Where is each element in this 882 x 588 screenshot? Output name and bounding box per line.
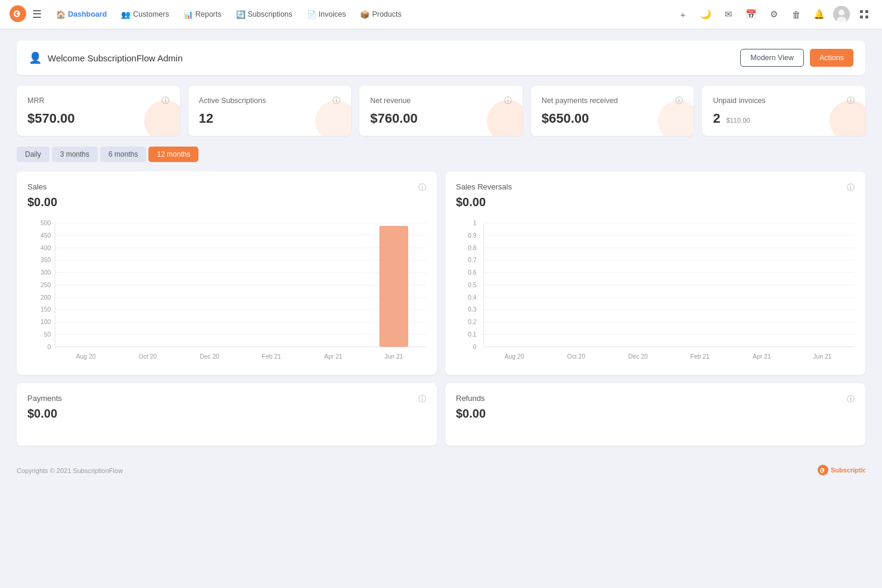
stat-card-unpaid-invoices: Unpaid invoices ⓘ 2 $110.00 bbox=[702, 86, 865, 136]
email-button[interactable]: ✉ bbox=[720, 6, 737, 23]
chart-panel-payments: Payments ⓘ $0.00 bbox=[17, 383, 437, 446]
nav-links: 🏠 Dashboard 👥 Customers 📊 Reports 🔄 Subs… bbox=[50, 7, 675, 22]
stat-cards: MRR ⓘ $570.00 Active Subscriptions ⓘ 12 … bbox=[17, 86, 865, 136]
chart-panel-refunds: Refunds ⓘ $0.00 bbox=[445, 383, 865, 446]
hamburger-icon[interactable]: ☰ bbox=[32, 8, 42, 21]
filter-12months[interactable]: 12 months bbox=[148, 147, 198, 162]
svg-text:50: 50 bbox=[44, 331, 51, 338]
svg-text:0: 0 bbox=[473, 344, 477, 350]
svg-text:Apr 21: Apr 21 bbox=[753, 353, 771, 360]
filter-6months[interactable]: 6 months bbox=[100, 147, 146, 162]
svg-text:1: 1 bbox=[473, 220, 477, 226]
copyright-text: Copyrights © 2021 SubscriptionFlow bbox=[17, 467, 123, 474]
svg-rect-32 bbox=[380, 226, 408, 347]
filter-daily[interactable]: Daily bbox=[17, 147, 49, 162]
logo[interactable] bbox=[10, 5, 26, 24]
svg-text:Oct 20: Oct 20 bbox=[567, 353, 586, 360]
svg-text:450: 450 bbox=[41, 232, 51, 239]
nav-action-buttons: + 🌙 ✉ 📅 ⚙ 🗑 🔔 bbox=[675, 6, 872, 23]
welcome-text: Welcome SubscriptionFlow Admin bbox=[48, 53, 182, 63]
svg-text:Jun 21: Jun 21 bbox=[813, 353, 831, 360]
svg-text:0.3: 0.3 bbox=[468, 306, 477, 313]
top-nav: ☰ 🏠 Dashboard 👥 Customers 📊 Reports 🔄 Su… bbox=[0, 0, 882, 29]
svg-text:0.6: 0.6 bbox=[468, 269, 477, 276]
user-icon: 👤 bbox=[29, 51, 42, 64]
footer: Copyrights © 2021 SubscriptionFlow Subsc… bbox=[17, 458, 865, 484]
svg-text:Feb 21: Feb 21 bbox=[690, 353, 710, 360]
footer-brand: SubscriptionFlow bbox=[818, 465, 865, 477]
notifications-button[interactable]: 🔔 bbox=[810, 6, 827, 23]
payments-chart-info-icon[interactable]: ⓘ bbox=[418, 394, 426, 405]
grid-apps-button[interactable] bbox=[856, 6, 872, 23]
svg-text:350: 350 bbox=[41, 257, 51, 263]
add-button[interactable]: + bbox=[675, 6, 691, 23]
svg-text:0.8: 0.8 bbox=[468, 245, 477, 251]
trash-button[interactable]: 🗑 bbox=[788, 6, 805, 23]
reports-icon: 📊 bbox=[184, 10, 193, 19]
actions-button[interactable]: Actions bbox=[810, 49, 853, 67]
nav-link-reports[interactable]: 📊 Reports bbox=[178, 7, 228, 22]
svg-text:100: 100 bbox=[41, 319, 51, 325]
settings-button[interactable]: ⚙ bbox=[765, 6, 782, 23]
stat-card-net-revenue: Net revenue ⓘ $760.00 bbox=[359, 86, 523, 136]
svg-text:Dec 20: Dec 20 bbox=[200, 353, 219, 360]
welcome-bar: 👤 Welcome SubscriptionFlow Admin Modern … bbox=[17, 41, 865, 75]
svg-text:Feb 21: Feb 21 bbox=[262, 353, 281, 360]
chart-panel-sales-reversals: Sales Reversals ⓘ $0.00 bbox=[445, 172, 865, 375]
svg-text:200: 200 bbox=[41, 294, 51, 301]
svg-rect-8 bbox=[865, 15, 868, 18]
nav-link-dashboard[interactable]: 🏠 Dashboard bbox=[50, 7, 113, 22]
customers-icon: 👥 bbox=[121, 10, 131, 19]
svg-text:0.9: 0.9 bbox=[468, 232, 477, 239]
svg-text:0: 0 bbox=[47, 344, 51, 350]
svg-text:0.1: 0.1 bbox=[468, 331, 477, 338]
svg-text:0.4: 0.4 bbox=[468, 294, 477, 301]
svg-text:SubscriptionFlow: SubscriptionFlow bbox=[831, 466, 865, 474]
theme-toggle-button[interactable]: 🌙 bbox=[697, 6, 714, 23]
welcome-actions: Modern View Actions bbox=[740, 49, 853, 67]
svg-text:Dec 20: Dec 20 bbox=[628, 353, 648, 360]
stat-card-mrr: MRR ⓘ $570.00 bbox=[17, 86, 180, 136]
sales-chart: 500 450 400 350 300 250 200 150 100 50 0… bbox=[27, 216, 426, 368]
svg-rect-7 bbox=[860, 15, 863, 18]
stat-card-active-subscriptions: Active Subscriptions ⓘ 12 bbox=[188, 86, 352, 136]
svg-text:Aug 20: Aug 20 bbox=[76, 353, 96, 360]
svg-text:Jun 21: Jun 21 bbox=[384, 353, 403, 360]
home-icon: 🏠 bbox=[56, 10, 66, 19]
sales-reversals-chart-info-icon[interactable]: ⓘ bbox=[847, 182, 855, 193]
svg-point-69 bbox=[822, 469, 824, 471]
chart-row-2: Payments ⓘ $0.00 Refunds ⓘ $0.00 bbox=[17, 383, 865, 446]
invoices-icon: 📄 bbox=[307, 10, 316, 19]
svg-rect-5 bbox=[860, 10, 863, 13]
svg-text:Apr 21: Apr 21 bbox=[324, 353, 343, 360]
chart-row-1: Sales ⓘ $0.00 bbox=[17, 172, 865, 375]
svg-text:0.7: 0.7 bbox=[468, 257, 477, 263]
modern-view-button[interactable]: Modern View bbox=[740, 49, 804, 67]
stat-card-net-payments: Net payments received ⓘ $650.00 bbox=[531, 86, 694, 136]
products-icon: 📦 bbox=[360, 10, 369, 19]
subscriptions-icon: 🔄 bbox=[236, 10, 246, 19]
sales-chart-info-icon[interactable]: ⓘ bbox=[418, 182, 426, 193]
svg-text:150: 150 bbox=[41, 306, 51, 313]
nav-link-customers[interactable]: 👥 Customers bbox=[115, 7, 175, 22]
refunds-chart-info-icon[interactable]: ⓘ bbox=[847, 394, 855, 405]
nav-link-subscriptions[interactable]: 🔄 Subscriptions bbox=[230, 7, 299, 22]
avatar[interactable] bbox=[833, 6, 850, 23]
svg-text:Oct 20: Oct 20 bbox=[139, 353, 157, 360]
svg-point-1 bbox=[17, 13, 19, 15]
nav-link-invoices[interactable]: 📄 Invoices bbox=[301, 7, 352, 22]
nav-link-products[interactable]: 📦 Products bbox=[354, 7, 407, 22]
sales-reversals-chart: 1 0.9 0.8 0.7 0.6 0.5 0.4 0.3 0.2 0.1 0 … bbox=[456, 216, 855, 368]
svg-text:250: 250 bbox=[41, 282, 51, 288]
main-content: 👤 Welcome SubscriptionFlow Admin Modern … bbox=[0, 29, 882, 496]
svg-rect-6 bbox=[865, 10, 868, 13]
calendar-button[interactable]: 📅 bbox=[743, 6, 759, 23]
svg-text:300: 300 bbox=[41, 269, 51, 276]
filter-3months[interactable]: 3 months bbox=[52, 147, 98, 162]
svg-point-3 bbox=[838, 10, 844, 15]
chart-panel-sales: Sales ⓘ $0.00 bbox=[17, 172, 437, 375]
svg-text:0.2: 0.2 bbox=[468, 319, 477, 325]
filter-tabs: Daily 3 months 6 months 12 months bbox=[17, 147, 865, 162]
svg-text:0.5: 0.5 bbox=[468, 282, 477, 288]
svg-text:Aug 20: Aug 20 bbox=[505, 353, 524, 360]
